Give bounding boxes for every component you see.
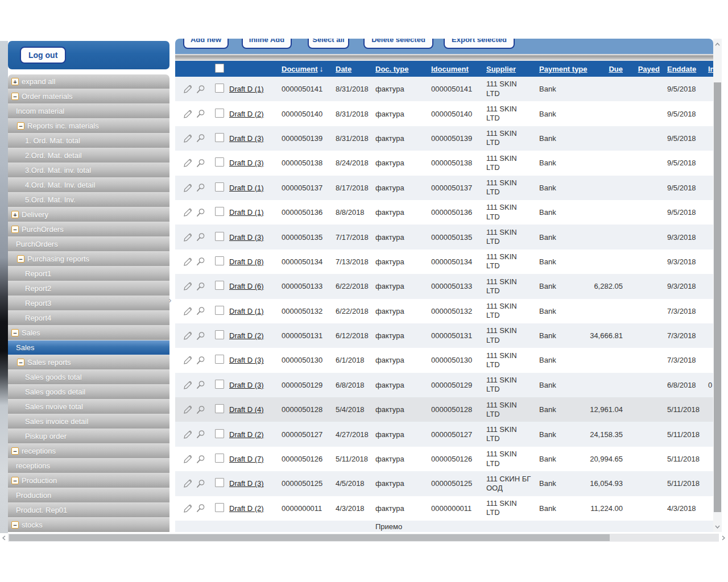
view-icon[interactable] [196,281,206,292]
document-link[interactable]: Draft D (1) [229,307,264,315]
sidebar-item-production[interactable]: Production [8,488,169,502]
sidebar-item-sales-goods-detail[interactable]: Sales goods detail [8,384,169,399]
view-icon[interactable] [196,454,206,464]
row-checkbox[interactable] [215,232,224,241]
row-checkbox[interactable] [215,380,224,389]
view-icon[interactable] [196,232,206,242]
edit-icon[interactable] [183,84,193,94]
collapse-icon[interactable]: − [11,93,19,100]
column-header-doctype[interactable]: Doc. type [373,65,427,73]
document-link[interactable]: Draft D (1) [229,85,264,93]
document-link[interactable]: Draft D (7) [229,455,264,463]
sidebar-item-5-ord-mat-inv[interactable]: 5.Ord. Mat. Inv. [8,192,169,207]
edit-icon[interactable] [183,355,193,365]
document-link[interactable]: Draft D (2) [229,110,264,118]
select-all-button[interactable]: Select all [308,39,349,49]
view-icon[interactable] [196,109,206,119]
sidebar-item-sales-reports[interactable]: −Sales reports [8,355,169,369]
row-checkbox[interactable] [215,207,224,216]
add-new-button[interactable]: Add new [183,39,229,49]
row-checkbox[interactable] [215,330,224,339]
sidebar-item-report4[interactable]: Report4 [8,310,169,325]
view-icon[interactable] [196,331,206,341]
edit-icon[interactable] [183,454,193,464]
edit-icon[interactable] [183,207,193,218]
view-icon[interactable] [196,306,206,316]
export-selected-button[interactable]: Export selected [444,39,515,49]
row-checkbox[interactable] [215,133,224,142]
collapse-icon[interactable]: − [11,226,19,233]
document-link[interactable]: Draft D (3) [229,159,264,167]
delete-selected-button[interactable]: Delete selected [363,39,433,49]
collapse-icon[interactable]: − [17,359,24,366]
sidebar-item-delivery[interactable]: +Delivery [8,207,169,222]
edit-icon[interactable] [183,157,193,168]
row-checkbox[interactable] [215,454,224,463]
row-checkbox[interactable] [215,355,224,364]
vertical-scrollbar[interactable] [713,39,722,532]
document-link[interactable]: Draft D (3) [229,356,264,364]
document-link[interactable]: Draft D (3) [229,134,264,143]
document-link[interactable]: Draft D (2) [229,430,264,439]
scroll-left-icon[interactable] [1,533,7,542]
sidebar-item-incom-material[interactable]: Incom material [8,103,169,118]
scroll-down-icon[interactable] [713,522,722,532]
view-icon[interactable] [196,479,206,489]
edit-icon[interactable] [183,232,193,243]
sidebar-item-purchorders[interactable]: −PurchOrders [8,222,169,236]
sidebar-item-receptions[interactable]: receptions [8,458,169,473]
sidebar-item-sales-goods-total[interactable]: Sales goods total [8,369,169,384]
view-icon[interactable] [196,256,206,267]
edit-icon[interactable] [183,256,193,267]
row-checkbox[interactable] [215,503,224,512]
column-header-due[interactable]: Due [587,65,626,73]
row-checkbox[interactable] [215,404,224,413]
expand-icon[interactable]: + [11,211,19,218]
edit-icon[interactable] [183,306,193,317]
scroll-right-icon[interactable] [720,533,727,542]
view-icon[interactable] [196,380,206,390]
vertical-scroll-thumb[interactable] [714,82,721,512]
document-link[interactable]: Draft D (2) [229,504,264,513]
view-icon[interactable] [196,503,206,513]
sidebar-item-4-ord-mat-inv-detail[interactable]: 4.Ord. Mat. Inv. detail [8,177,169,192]
row-checkbox[interactable] [215,478,224,487]
document-link[interactable]: Draft D (4) [229,405,264,414]
sidebar-item-2-ord-mat-detail[interactable]: 2.Ord. Mat. detail [8,148,169,163]
edit-icon[interactable] [183,330,193,341]
column-header-date[interactable]: Date [330,65,373,73]
collapse-icon[interactable]: − [11,521,19,529]
horizontal-scroll-track[interactable] [8,534,719,542]
horizontal-scroll-thumb[interactable] [9,534,610,541]
sidebar-item-stocks[interactable]: −stocks [8,517,169,532]
sidebar-item-sales[interactable]: −Sales [8,325,169,340]
sidebar-item-production[interactable]: −Production [8,473,169,488]
document-link[interactable]: Draft D (1) [229,208,264,217]
collapse-icon[interactable]: − [11,447,19,455]
sidebar-item-purchorders[interactable]: PurchOrders [8,236,169,251]
view-icon[interactable] [196,182,206,193]
column-header-enddate[interactable]: Enddate [663,65,702,73]
view-icon[interactable] [196,84,206,94]
sidebar-item-report2[interactable]: Report2 [8,281,169,296]
view-icon[interactable] [196,133,206,143]
view-icon[interactable] [196,429,206,439]
view-icon[interactable] [196,158,206,168]
sidebar-item-sales-nvoive-total[interactable]: Sales nvoive total [8,399,169,414]
sidebar-item-product-rep01[interactable]: Product. Rep01 [8,502,169,517]
scroll-up-icon[interactable] [713,39,722,50]
edit-icon[interactable] [183,281,193,292]
collapse-icon[interactable]: − [17,255,24,263]
column-header-payed[interactable]: Payed [626,65,663,73]
sidebar-item-reports-inc-materials[interactable]: −Reports inc. materials [8,118,169,133]
collapse-icon[interactable]: − [11,329,19,336]
document-link[interactable]: Draft D (2) [229,331,264,340]
sidebar-item-3-ord-mat-inv-total[interactable]: 3.Ord. Mat. inv. total [8,163,169,177]
document-link[interactable]: Draft D (1) [229,184,264,192]
inline-add-button[interactable]: Inline Add [242,39,292,49]
edit-icon[interactable] [183,429,193,440]
view-icon[interactable] [196,207,206,218]
column-header-supplier[interactable]: Supplier [481,65,535,73]
column-header-extra[interactable]: In [702,65,713,73]
sidebar-item-sales-invoice-detail[interactable]: Sales invoice detail [8,414,169,429]
